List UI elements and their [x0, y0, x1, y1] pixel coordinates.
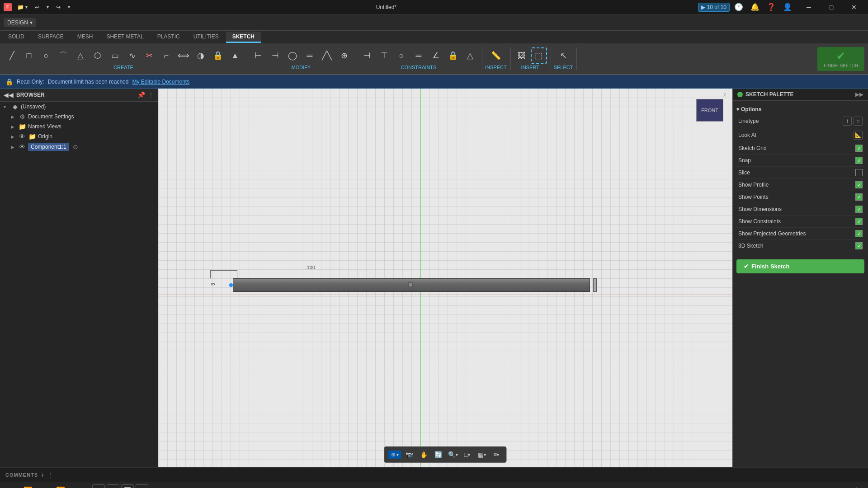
- tab-mesh[interactable]: MESH: [71, 32, 99, 42]
- forward-btn[interactable]: ⏩: [54, 484, 67, 488]
- create-label[interactable]: CREATE: [113, 64, 133, 70]
- constraint-2[interactable]: ⊤: [376, 47, 392, 64]
- show-constraints-checkbox[interactable]: [855, 218, 863, 225]
- maximize-btn[interactable]: □: [821, 0, 842, 14]
- design-mode-btn[interactable]: DESIGN ▾: [4, 18, 36, 27]
- options-section-header[interactable]: ▾ Options: [736, 104, 864, 114]
- timeline-icon-2[interactable]: ◫: [107, 484, 119, 488]
- timeline-icon-1[interactable]: ⬚: [92, 484, 105, 488]
- minimize-btn[interactable]: ─: [798, 0, 819, 14]
- close-btn[interactable]: ✕: [844, 0, 864, 14]
- slice-checkbox[interactable]: [855, 169, 863, 176]
- constraint-5[interactable]: ∠: [428, 47, 444, 64]
- browser-collapse-icon[interactable]: ◀◀: [4, 91, 14, 99]
- constraint-3[interactable]: ○: [393, 47, 410, 64]
- front-face[interactable]: FRONT: [696, 99, 723, 122]
- document-counter[interactable]: ▶ 10 of 10: [698, 3, 730, 12]
- tab-sheet-metal[interactable]: SHEET METAL: [100, 32, 150, 42]
- create-circle-icon[interactable]: ○: [38, 47, 54, 64]
- show-profile-checkbox[interactable]: [855, 181, 863, 188]
- show-points-checkbox[interactable]: [855, 193, 863, 201]
- create-more-icon[interactable]: ▲: [227, 47, 243, 64]
- create-fillet-icon[interactable]: ⌐: [158, 47, 175, 64]
- snap-dropdown[interactable]: ▾: [396, 452, 399, 457]
- comment-more-icon[interactable]: ⋮: [47, 471, 53, 479]
- back-btn[interactable]: ⏪: [22, 484, 34, 488]
- tab-surface[interactable]: SURFACE: [32, 32, 70, 42]
- linetype-icon2[interactable]: ○: [854, 117, 863, 126]
- create-arc-icon[interactable]: ⌒: [55, 47, 71, 64]
- show-projected-checkbox[interactable]: [855, 230, 863, 237]
- modify-2[interactable]: ⊣: [267, 47, 283, 64]
- constraint-6[interactable]: 🔒: [445, 47, 461, 64]
- create-spline-icon[interactable]: ∿: [124, 47, 140, 64]
- help-icon[interactable]: ❓: [764, 0, 778, 14]
- insert-select-icon[interactable]: ⬚: [531, 47, 547, 64]
- play-btn[interactable]: ▶: [38, 484, 51, 488]
- constraint-1[interactable]: ⊣: [359, 47, 375, 64]
- camera-btn[interactable]: 📷: [403, 448, 416, 461]
- select-label[interactable]: SELECT: [554, 64, 573, 70]
- create-trim-icon[interactable]: ✂: [141, 47, 157, 64]
- browser-item-component[interactable]: ▶ 👁 Component1:1 ⊙: [0, 141, 158, 152]
- undo-btn[interactable]: ↩: [32, 3, 42, 11]
- zoom-btn[interactable]: 🔍 ▾: [447, 448, 459, 461]
- select-icon[interactable]: ↖: [555, 47, 571, 64]
- more-btn[interactable]: ≡ ▾: [490, 448, 503, 461]
- orbit-btn[interactable]: 🔄: [432, 448, 445, 461]
- palette-expand-icon[interactable]: ▶▶: [855, 91, 863, 98]
- canvas-area[interactable]: -100 3 Z FRONT ⊕ ▾ 📷 ✋ 🔄: [158, 89, 732, 467]
- clock-icon[interactable]: 🕐: [731, 0, 746, 14]
- grid-btn[interactable]: ▦ ▾: [476, 448, 488, 461]
- create-slot-icon[interactable]: ▭: [107, 47, 123, 64]
- look-at-icon[interactable]: 📐: [854, 131, 863, 140]
- modify-label[interactable]: MODIFY: [292, 64, 311, 70]
- inspect-icon[interactable]: 📏: [488, 47, 504, 64]
- create-triangle-icon[interactable]: △: [72, 47, 89, 64]
- modify-3[interactable]: ◯: [284, 47, 301, 64]
- finish-sketch-palette-btn[interactable]: ✔ Finish Sketch: [736, 259, 864, 273]
- tab-utilities[interactable]: UTILITIES: [187, 32, 225, 42]
- linetype-icon1[interactable]: ⟩: [843, 117, 852, 126]
- browser-item-doc-settings[interactable]: ▶ ⚙ Document Settings: [0, 112, 158, 122]
- tab-sketch[interactable]: SKETCH: [226, 32, 261, 43]
- tab-solid[interactable]: SOLID: [2, 32, 31, 42]
- view-cube[interactable]: Z FRONT: [692, 93, 728, 125]
- browser-item-unsaved[interactable]: ▾ ◆ (Unsaved): [0, 102, 158, 112]
- browser-item-origin[interactable]: ▶ 👁 📁 Origin: [0, 131, 158, 141]
- editable-docs-link[interactable]: My Editable Documents: [132, 79, 189, 85]
- pan-btn[interactable]: ✋: [418, 448, 430, 461]
- tab-plastic[interactable]: PLASTIC: [151, 32, 186, 42]
- skip-forward-btn[interactable]: ⏭: [71, 484, 83, 488]
- create-line-icon[interactable]: ╱: [4, 47, 20, 64]
- finish-sketch-ribbon-btn[interactable]: ✔ FINISH SKETCH: [817, 47, 864, 71]
- create-hex-icon[interactable]: ⬡: [90, 47, 106, 64]
- inspect-label[interactable]: INSPECT: [485, 64, 507, 70]
- show-dimensions-checkbox[interactable]: [855, 206, 863, 213]
- timeline-icon-4[interactable]: ⧉: [136, 484, 148, 488]
- insert-image-icon[interactable]: 🖼: [514, 47, 530, 64]
- modify-5[interactable]: ╱╲: [319, 47, 335, 64]
- timeline-icon-3[interactable]: ⬜: [121, 484, 134, 488]
- constraint-4[interactable]: ═: [410, 47, 427, 64]
- modify-4[interactable]: ═: [302, 47, 318, 64]
- file-menu[interactable]: 📁 ▾: [14, 3, 30, 11]
- constraint-7[interactable]: △: [462, 47, 478, 64]
- bell-icon[interactable]: 🔔: [748, 0, 762, 14]
- browser-item-named-views[interactable]: ▶ 📁 Named Views: [0, 122, 158, 131]
- snap-btn[interactable]: ⊕ ▾: [388, 450, 401, 459]
- modify-1[interactable]: ⊢: [250, 47, 266, 64]
- snap-checkbox[interactable]: [855, 157, 863, 164]
- constraints-label[interactable]: CONSTRAINTS: [401, 64, 437, 70]
- create-full-icon[interactable]: ◑: [193, 47, 209, 64]
- insert-label[interactable]: INSERT: [521, 64, 539, 70]
- create-rect-icon[interactable]: □: [21, 47, 37, 64]
- modify-6[interactable]: ⊕: [336, 47, 352, 64]
- redo-btn[interactable]: ↪: [53, 3, 63, 11]
- create-mirror-icon[interactable]: ⟺: [175, 47, 192, 64]
- browser-more-icon[interactable]: ⋮: [148, 91, 154, 99]
- display-btn[interactable]: □ ▾: [461, 448, 474, 461]
- browser-pin-icon[interactable]: 📌: [137, 91, 145, 99]
- settings-btn[interactable]: ⚙: [850, 484, 863, 488]
- undo-dropdown[interactable]: ▾: [44, 3, 52, 11]
